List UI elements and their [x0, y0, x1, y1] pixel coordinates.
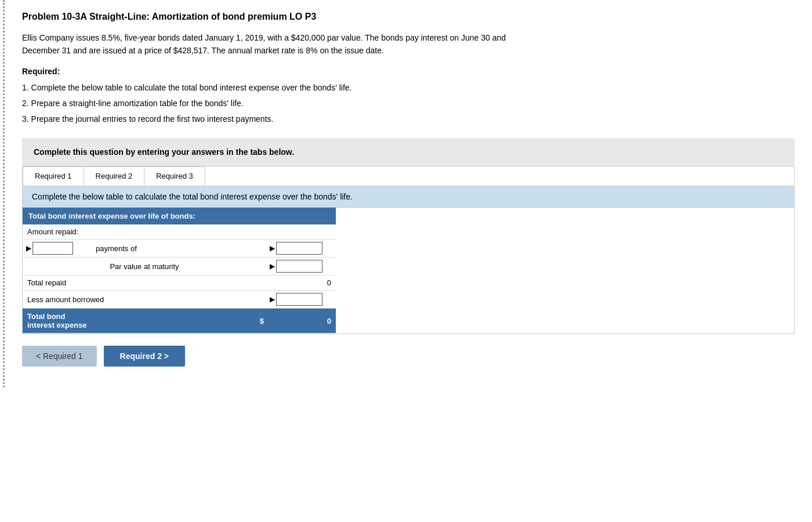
tabs-row: Required 1 Required 2 Required 3 — [23, 166, 794, 186]
problem-title: Problem 10-3A Straight-Line: Amortizatio… — [22, 12, 795, 22]
prev-button[interactable]: < Required 1 — [22, 346, 97, 367]
total-repaid-row: Total repaid 0 — [23, 276, 336, 291]
table-header: Total bond interest expense over life of… — [23, 208, 336, 224]
required-item-3: 3. Prepare the journal entries to record… — [22, 112, 795, 126]
less-amount-arrow: ▶ — [270, 295, 275, 303]
less-amount-input[interactable] — [276, 293, 322, 306]
tab-required-2[interactable]: Required 2 — [84, 166, 145, 186]
bond-table: Total bond interest expense over life of… — [23, 208, 336, 334]
payments-amount-cell[interactable]: ▶ — [266, 240, 336, 258]
par-value-arrow: ▶ — [270, 262, 275, 270]
instruction-box: Complete this question by entering your … — [22, 138, 795, 166]
tabs-container: Required 1 Required 2 Required 3 Complet… — [22, 166, 795, 334]
required-list: 1. Complete the below table to calculate… — [22, 81, 795, 127]
total-interest-prefix: $ — [92, 309, 266, 334]
par-value-label: Par value at maturity — [23, 258, 266, 276]
payments-input-cell[interactable]: ▶ — [23, 240, 92, 258]
amount-repaid-label: Amount repaid: — [23, 224, 336, 240]
total-interest-value: 0 — [266, 309, 336, 334]
required-item-2: 2. Prepare a straight-line amortization … — [22, 96, 795, 111]
total-repaid-label: Total repaid — [23, 276, 266, 291]
tab-content-header: Complete the below table to calculate th… — [23, 186, 794, 208]
payments-row: ▶ payments of ▶ — [23, 240, 336, 258]
required-header: Required: — [22, 67, 795, 76]
payments-amount-arrow: ▶ — [270, 244, 275, 252]
payments-number-input[interactable] — [32, 242, 73, 255]
problem-description: Ellis Company issues 8.5%, five-year bon… — [22, 31, 795, 57]
amount-repaid-label-row: Amount repaid: — [23, 224, 336, 240]
payments-of-label: payments of — [92, 240, 266, 258]
less-amount-row: Less amount borrowed ▶ — [23, 291, 336, 309]
total-interest-label: Total bond interest expense — [23, 309, 92, 334]
tab-required-1[interactable]: Required 1 — [23, 166, 84, 186]
par-value-input[interactable] — [276, 260, 322, 273]
par-value-row: Par value at maturity ▶ — [23, 258, 336, 276]
total-repaid-value: 0 — [266, 276, 336, 291]
payments-amount-input[interactable] — [276, 242, 322, 255]
par-value-input-cell[interactable]: ▶ — [266, 258, 336, 276]
nav-buttons: < Required 1 Required 2 > — [22, 336, 795, 376]
tab-required-3[interactable]: Required 3 — [144, 166, 205, 186]
table-section: Total bond interest expense over life of… — [23, 208, 794, 334]
payments-arrow-left: ▶ — [26, 244, 31, 252]
required-item-1: 1. Complete the below table to calculate… — [22, 81, 795, 95]
total-interest-row: Total bond interest expense $ 0 — [23, 309, 336, 334]
less-amount-input-cell[interactable]: ▶ — [266, 291, 336, 309]
less-amount-label: Less amount borrowed — [23, 291, 266, 309]
next-button[interactable]: Required 2 > — [104, 346, 185, 367]
